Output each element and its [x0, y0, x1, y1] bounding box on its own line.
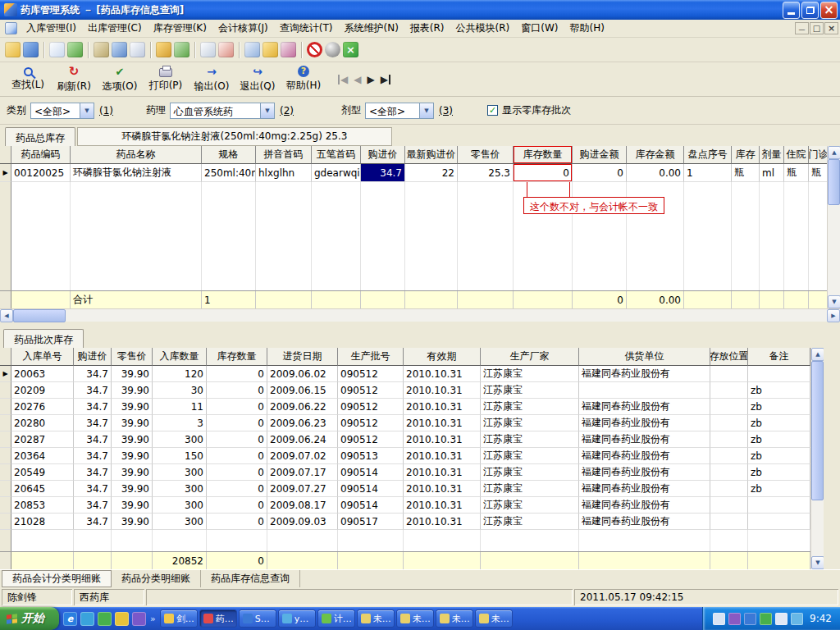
- cell[interactable]: 2010.10.31: [404, 497, 481, 514]
- scrollbar-thumb[interactable]: [828, 159, 840, 205]
- cell[interactable]: 39.90: [112, 399, 153, 415]
- cell[interactable]: 34.7: [74, 382, 112, 399]
- cell[interactable]: 2009.06.02: [267, 366, 338, 382]
- cell[interactable]: 090513: [338, 448, 404, 464]
- cell[interactable]: 0: [207, 448, 267, 464]
- cell[interactable]: 34.7: [74, 497, 112, 514]
- scroll-down-button[interactable]: [811, 556, 824, 569]
- cell[interactable]: 20364: [11, 448, 74, 464]
- cell[interactable]: 0: [514, 164, 573, 182]
- cell[interactable]: 福建同春药业股份有: [579, 464, 710, 481]
- print-button[interactable]: 打印(P): [143, 63, 189, 96]
- scroll-left-button[interactable]: [0, 309, 13, 322]
- sphere-icon[interactable]: [325, 42, 340, 57]
- menu-item[interactable]: 系统维护(N): [339, 19, 404, 38]
- taskbar-button[interactable]: 未…: [475, 609, 513, 628]
- cell[interactable]: 34.7: [74, 448, 112, 464]
- cell[interactable]: 20063: [11, 366, 74, 382]
- cell[interactable]: 3: [153, 415, 207, 431]
- column-header[interactable]: 购进价: [74, 348, 112, 366]
- cell[interactable]: [710, 481, 748, 497]
- cell[interactable]: [710, 514, 748, 530]
- taskbar-button[interactable]: 药…: [199, 609, 237, 628]
- next-record-button[interactable]: ▶: [367, 75, 374, 84]
- cell[interactable]: 250ml:40mg:2.25g: [202, 164, 256, 182]
- cell[interactable]: 瓶: [732, 164, 760, 182]
- cell[interactable]: 0: [573, 164, 627, 182]
- view-tab[interactable]: 药品分类明细账: [112, 570, 201, 587]
- cell[interactable]: 300: [153, 431, 207, 448]
- column-header[interactable]: 供货单位: [579, 348, 710, 366]
- cell[interactable]: 0: [207, 382, 267, 399]
- cell[interactable]: 江苏康宝: [481, 514, 579, 530]
- cell[interactable]: 300: [153, 497, 207, 514]
- options-button[interactable]: ✔选项(O): [97, 63, 143, 96]
- cell[interactable]: 34.7: [74, 514, 112, 530]
- dosage-form-select[interactable]: <全部>: [365, 103, 434, 119]
- cell[interactable]: 2009.09.03: [267, 514, 338, 530]
- cell[interactable]: 39.90: [112, 382, 153, 399]
- cell[interactable]: 20280: [11, 415, 74, 431]
- cell[interactable]: 2010.10.31: [404, 448, 481, 464]
- cell[interactable]: 福建同春药业股份有: [579, 514, 710, 530]
- cell[interactable]: [710, 448, 748, 464]
- cell[interactable]: 300: [153, 464, 207, 481]
- cell[interactable]: 090512: [338, 399, 404, 415]
- column-header[interactable]: 库存数量: [207, 348, 267, 366]
- tray-antivirus-icon[interactable]: [760, 613, 772, 625]
- quicklaunch-ie-icon[interactable]: e: [63, 612, 77, 626]
- menu-item[interactable]: 出库管理(C): [82, 19, 148, 38]
- column-header[interactable]: 入库单号: [11, 348, 74, 366]
- cell[interactable]: 2009.07.17: [267, 464, 338, 481]
- quicklaunch-mail-icon[interactable]: [115, 612, 129, 626]
- close-window-icon[interactable]: [343, 42, 358, 57]
- cell[interactable]: 1: [684, 164, 732, 182]
- column-header[interactable]: 生产厂家: [481, 348, 579, 366]
- documents-icon[interactable]: [49, 42, 65, 57]
- cell[interactable]: 0: [207, 481, 267, 497]
- taskbar-button[interactable]: 未…: [396, 609, 434, 628]
- cell[interactable]: 福建同春药业股份有: [579, 448, 710, 464]
- quick-launch-overflow[interactable]: »: [150, 614, 156, 624]
- scroll-down-button[interactable]: [828, 295, 840, 308]
- menu-item[interactable]: 报表(R): [404, 19, 450, 38]
- child-minimize-button[interactable]: [795, 22, 809, 34]
- cell[interactable]: 江苏康宝: [481, 481, 579, 497]
- chevron-down-icon[interactable]: [260, 103, 274, 118]
- cell[interactable]: 江苏康宝: [481, 415, 579, 431]
- column-header[interactable]: 购进金额: [573, 146, 627, 164]
- column-header[interactable]: 进货日期: [267, 348, 338, 366]
- document-icon[interactable]: [200, 42, 216, 57]
- scrollbar-thumb[interactable]: [811, 361, 824, 500]
- prev-record-button[interactable]: ◀: [354, 75, 361, 84]
- cell[interactable]: 090512: [338, 415, 404, 431]
- first-record-button[interactable]: ◀: [338, 75, 348, 84]
- taskbar-button[interactable]: S…: [239, 609, 276, 628]
- refresh-button[interactable]: ↻刷新(R): [51, 63, 97, 96]
- start-button[interactable]: 开始: [0, 607, 59, 630]
- tray-update-icon[interactable]: [744, 613, 756, 625]
- cell[interactable]: 00120025: [11, 164, 71, 182]
- cell[interactable]: 2010.10.31: [404, 399, 481, 415]
- column-header[interactable]: 备注: [748, 348, 810, 366]
- cell[interactable]: zb: [748, 448, 810, 464]
- cell[interactable]: 0: [207, 431, 267, 448]
- cell[interactable]: 0: [207, 399, 267, 415]
- tray-volume-icon[interactable]: [775, 613, 788, 625]
- cell[interactable]: [748, 497, 810, 514]
- cell[interactable]: 34.7: [74, 481, 112, 497]
- cell[interactable]: 150: [153, 448, 207, 464]
- cell[interactable]: 瓶: [809, 164, 829, 182]
- column-header[interactable]: 五笔首码: [312, 146, 361, 164]
- cell[interactable]: zb: [748, 415, 810, 431]
- column-header[interactable]: 盘点序号: [684, 146, 732, 164]
- cell[interactable]: 300: [153, 481, 207, 497]
- cell[interactable]: 福建同春药业股份有: [579, 497, 710, 514]
- column-header[interactable]: 零售价: [458, 146, 514, 164]
- cell[interactable]: [710, 431, 748, 448]
- cell[interactable]: 江苏康宝: [481, 382, 579, 399]
- main-vertical-scrollbar[interactable]: [827, 146, 840, 308]
- close-button[interactable]: [820, 2, 838, 19]
- cell[interactable]: 25.3: [458, 164, 514, 182]
- exit-button[interactable]: ↪退出(Q): [235, 63, 281, 96]
